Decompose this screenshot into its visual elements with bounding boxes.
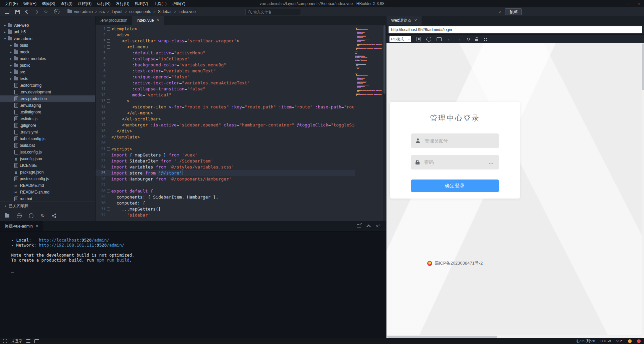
terminal-link[interactable]: npm run build	[97, 258, 129, 263]
tree-item[interactable]: babel.config.js	[0, 135, 95, 142]
password-field[interactable]	[411, 155, 499, 169]
back-icon[interactable]	[25, 10, 29, 14]
eye-off-icon[interactable]	[488, 160, 494, 164]
tree-item[interactable]: .env.development	[0, 89, 95, 95]
cursor-position[interactable]: 行:25 列:28	[577, 339, 595, 344]
browser-vertical-scrollbar[interactable]	[642, 43, 644, 335]
tree-item[interactable]: ▸build	[0, 42, 95, 49]
language-indicator[interactable]: Vue	[616, 339, 623, 343]
browser-sync-icon[interactable]	[17, 213, 22, 218]
gear-icon[interactable]	[426, 37, 431, 42]
file-search-input[interactable]	[253, 10, 299, 14]
encoding-indicator[interactable]: UTF-8	[601, 339, 611, 343]
terminal-link[interactable]: http://localhost:	[39, 238, 82, 243]
tree-item[interactable]: .travis.yml	[0, 129, 95, 135]
tree-item[interactable]: ▸node_modules	[0, 55, 95, 62]
terminal-tab-close-icon[interactable]: ×	[36, 225, 38, 228]
fold-toggle-icon[interactable]	[106, 146, 111, 152]
collapse-panel-icon[interactable]	[366, 225, 371, 229]
terminal-link[interactable]: 9528	[82, 238, 92, 243]
browser-horizontal-scrollbar[interactable]	[386, 335, 642, 338]
preview-button[interactable]: 预览	[505, 8, 522, 15]
login-submit-button[interactable]: 确定登录	[411, 180, 499, 192]
tree-item[interactable]: LICENSE	[0, 162, 95, 169]
tree-item[interactable]: postcss.config.js	[0, 176, 95, 182]
tree-item[interactable]: build.bat	[0, 142, 95, 149]
fold-toggle-icon[interactable]	[106, 98, 111, 104]
filter-icon[interactable]	[498, 9, 501, 14]
tree-item[interactable]: ▸vue-web	[0, 22, 95, 29]
tree-item[interactable]: [ ]jsconfig.json	[0, 155, 95, 162]
minimap[interactable]	[355, 27, 383, 221]
maximize-button[interactable]: □	[624, 0, 634, 7]
refresh-icon[interactable]	[41, 213, 45, 218]
breadcrumb-item[interactable]: vue-admin	[74, 9, 93, 14]
tree-item[interactable]: M↓README.md	[0, 182, 95, 189]
breadcrumb-item[interactable]: layout	[112, 9, 122, 14]
editor-tab[interactable]: .env.production	[96, 16, 132, 25]
code-area[interactable]: 1<template>2 <div>3 <el-scrollbar wrap-c…	[96, 26, 355, 221]
browser-forward-icon[interactable]: →	[457, 37, 461, 41]
breadcrumb-item[interactable]: Sidebar	[158, 9, 172, 14]
close-terminal-icon[interactable]: ×	[376, 224, 380, 229]
menu-item[interactable]: 编辑(E)	[20, 0, 39, 7]
tree-item[interactable]: .env.production	[0, 95, 95, 102]
tree-item[interactable]: ▸mock	[0, 49, 95, 55]
screenshot-icon[interactable]	[437, 37, 442, 41]
breadcrumb-item[interactable]: index.vue	[179, 9, 196, 14]
tab-close-icon[interactable]: ×	[157, 19, 160, 22]
info-icon[interactable]: i	[3, 339, 7, 343]
closed-projects-row[interactable]: ▸ 已关闭项目	[0, 202, 95, 210]
open-external-icon[interactable]	[357, 224, 361, 228]
editor-tab[interactable]: index.vue×	[132, 16, 164, 25]
tree-item[interactable]: ▸public	[0, 62, 95, 69]
menu-item[interactable]: 视图(V)	[132, 0, 151, 7]
breadcrumb-item[interactable]: src	[100, 9, 105, 14]
menu-item[interactable]: 工具(T)	[151, 0, 169, 7]
username-input[interactable]	[424, 138, 494, 144]
star-icon[interactable]	[44, 9, 48, 14]
browser-vscroll-thumb[interactable]	[642, 43, 644, 90]
menu-item[interactable]: 发行(U)	[113, 0, 132, 7]
menu-item[interactable]: 跳转(G)	[75, 0, 94, 7]
tree-item[interactable]: ▾vue-admin	[0, 35, 95, 42]
editor-scrollbar-thumb[interactable]	[383, 25, 385, 94]
tree-item[interactable]: .gitignore	[0, 122, 95, 129]
file-search-box[interactable]	[246, 9, 301, 15]
forward-icon[interactable]	[34, 10, 38, 14]
menu-item[interactable]: 帮助(Y)	[169, 0, 188, 7]
menu-item[interactable]: 选择(S)	[39, 0, 58, 7]
browser-back-icon[interactable]: ←	[447, 37, 451, 41]
username-field[interactable]	[411, 133, 499, 148]
password-input[interactable]	[424, 159, 485, 165]
debug-icon[interactable]	[29, 213, 33, 218]
list-icon[interactable]	[26, 339, 30, 343]
menu-item[interactable]: 运行(R)	[94, 0, 113, 7]
close-button[interactable]: ×	[634, 0, 644, 7]
notification-red-icon[interactable]	[637, 339, 641, 343]
tree-item[interactable]: .eslintignore	[0, 109, 95, 115]
tree-item[interactable]: ▸uni_h5	[0, 29, 95, 35]
tab-close-icon[interactable]: ×	[414, 19, 417, 22]
tree-item[interactable]: run.bat	[0, 196, 95, 201]
browser-tab[interactable]: Web浏览器 ×	[386, 16, 422, 25]
terminal-tab[interactable]: 终端-vue-admin ×	[0, 221, 43, 231]
fold-toggle-icon[interactable]	[106, 26, 111, 32]
tree-item[interactable]: .eslintrc.js	[0, 115, 95, 122]
tree-item[interactable]: [ ]package.json	[0, 169, 95, 176]
fold-toggle-icon[interactable]	[106, 206, 111, 212]
share-icon[interactable]	[52, 215, 54, 217]
grid-icon[interactable]	[484, 38, 485, 39]
browser-hscroll-thumb[interactable]	[387, 336, 497, 338]
lock-icon[interactable]	[475, 39, 478, 41]
fold-toggle-icon[interactable]	[106, 44, 111, 50]
run-icon[interactable]	[54, 9, 59, 14]
image-icon[interactable]	[34, 339, 39, 343]
url-input[interactable]	[388, 26, 642, 33]
menu-item[interactable]: 文件(F)	[2, 0, 20, 7]
terminal-link[interactable]: 9528	[97, 243, 107, 248]
device-mode-select[interactable]: PC模式 ▾	[389, 36, 411, 42]
capture-icon[interactable]	[417, 37, 421, 41]
login-status[interactable]: 未登录	[11, 339, 22, 344]
new-project-icon[interactable]	[5, 214, 9, 218]
